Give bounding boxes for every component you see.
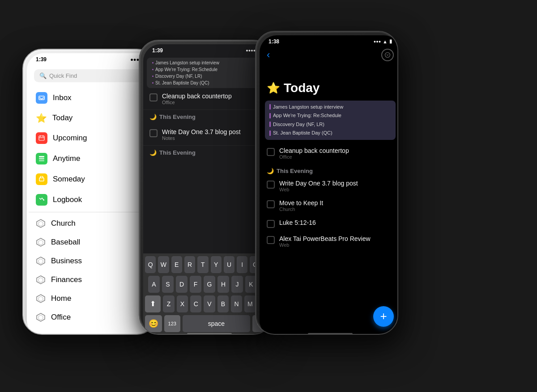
- key-row-1: Q W E R T Y U I O P: [145, 256, 273, 273]
- task-checkbox-1[interactable]: [149, 93, 158, 101]
- task-r-checkbox-3[interactable]: [267, 200, 275, 208]
- svg-marker-20: [38, 315, 43, 320]
- sidebar-item-church[interactable]: Church: [29, 212, 157, 233]
- key-shift[interactable]: ⬆: [145, 295, 161, 312]
- home-indicator-left: [71, 333, 115, 335]
- task-r-5[interactable]: Alex Tai PowerBeats Pro Review Web: [260, 232, 398, 251]
- key-D[interactable]: D: [176, 276, 188, 293]
- task-r-checkbox-1[interactable]: [267, 148, 275, 156]
- task-sub-1: Office: [162, 100, 232, 105]
- key-B[interactable]: B: [217, 295, 229, 312]
- key-123[interactable]: 123: [164, 315, 180, 332]
- search-icon: 🔍: [39, 72, 47, 79]
- finances-area-icon: [36, 275, 46, 285]
- key-emoji[interactable]: 😊: [145, 315, 162, 332]
- task-r-4[interactable]: Luke 5:12-16: [260, 215, 398, 232]
- key-E[interactable]: E: [171, 256, 182, 273]
- today-title: Today: [284, 81, 320, 95]
- section-header-evening-r: 🌙 This Evening: [260, 163, 398, 176]
- sidebar-item-baseball[interactable]: Baseball: [29, 233, 157, 252]
- task-r-group-5: Alex Tai PowerBeats Pro Review Web: [279, 235, 371, 248]
- task-r-checkbox-4[interactable]: [267, 220, 275, 228]
- svg-marker-18: [38, 296, 43, 301]
- key-J[interactable]: J: [231, 276, 243, 293]
- screen-right: 1:38 ●●● ▲ ▮ ‹ ⭐ T: [260, 35, 398, 335]
- r-cal-event-3: Discovery Day (NF, LR): [269, 121, 391, 129]
- cal-event-2: App We're Trying: Re:Schedule: [152, 66, 267, 73]
- fab-add-button[interactable]: +: [373, 306, 394, 327]
- key-X[interactable]: X: [177, 295, 188, 312]
- cal-event-1: James Langston setup interview: [152, 59, 267, 66]
- key-F[interactable]: F: [190, 276, 201, 293]
- today-icon: ⭐: [36, 113, 47, 123]
- logbook-label: Logbook: [53, 195, 82, 204]
- sidebar-item-business[interactable]: Business: [29, 252, 157, 270]
- task-item-1-middle[interactable]: Cleanup back countertop Office: [143, 88, 273, 110]
- svg-marker-14: [38, 259, 43, 264]
- time-right: 1:38: [268, 38, 279, 45]
- moon-icon-r: 🌙: [267, 168, 274, 174]
- office-area-icon: [36, 312, 46, 322]
- key-U[interactable]: U: [224, 256, 234, 273]
- time-left: 1:39: [36, 56, 47, 63]
- task-r-checkbox-5[interactable]: [267, 236, 275, 244]
- notch-right: [303, 35, 357, 45]
- sidebar-item-finances[interactable]: Finances: [29, 270, 157, 289]
- battery-icon-r: ▮: [389, 38, 392, 44]
- calendar-strip-right: James Langston setup interview App We're…: [265, 101, 396, 140]
- sidebar-item-inbox[interactable]: Inbox: [29, 88, 157, 108]
- key-Q[interactable]: Q: [145, 256, 156, 273]
- key-V[interactable]: V: [204, 295, 215, 312]
- key-row-3: ⬆ Z X C V B N M ⌫: [145, 295, 273, 312]
- key-C[interactable]: C: [190, 295, 201, 312]
- sidebar-item-today[interactable]: ⭐ Today: [29, 108, 157, 128]
- key-H[interactable]: H: [217, 276, 229, 293]
- circle-menu-button[interactable]: [381, 49, 394, 61]
- task-r-label-2: Write Day One 3.7 blog post: [279, 180, 358, 187]
- back-button[interactable]: ‹: [267, 49, 270, 61]
- task-r-3[interactable]: Move to Keep It Church: [260, 196, 398, 215]
- sidebar-item-anytime[interactable]: Anytime: [29, 148, 157, 169]
- office-label: Office: [51, 313, 71, 322]
- search-bar[interactable]: 🔍 Quick Find: [34, 69, 152, 82]
- key-T[interactable]: T: [197, 256, 208, 273]
- task-r-group-4: Luke 5:12-16: [279, 219, 316, 226]
- anytime-label: Anytime: [53, 154, 80, 163]
- task-checkbox-2[interactable]: [149, 129, 158, 137]
- task-sub-2: Notes: [162, 135, 241, 141]
- task-r-checkbox-2[interactable]: [267, 181, 275, 189]
- key-R[interactable]: R: [184, 256, 195, 273]
- sidebar-item-logbook[interactable]: Logbook: [29, 190, 157, 210]
- task-item-2-middle[interactable]: Write Day One 3.7 blog post Notes: [143, 124, 273, 146]
- key-M[interactable]: M: [244, 295, 256, 312]
- svg-rect-7: [39, 160, 44, 161]
- key-S[interactable]: S: [162, 276, 174, 293]
- task-label-2: Write Day One 3.7 blog post: [162, 128, 241, 135]
- task-label-1: Cleanup back countertop: [162, 93, 232, 100]
- key-A[interactable]: A: [148, 276, 160, 293]
- home-area-icon: [36, 294, 46, 303]
- svg-marker-16: [38, 278, 43, 282]
- key-Z[interactable]: Z: [163, 295, 174, 312]
- keyboard[interactable]: Q W E R T Y U I O P A S D F G H: [143, 253, 273, 335]
- key-row-2: A S D F G H J K L: [145, 276, 273, 293]
- key-Y[interactable]: Y: [211, 256, 222, 273]
- baseball-area-icon: [36, 237, 46, 247]
- svg-rect-8: [39, 178, 44, 181]
- home-indicator-right: [308, 333, 353, 335]
- task-r-group-3: Move to Keep It Church: [279, 199, 323, 212]
- key-G[interactable]: G: [204, 276, 215, 293]
- key-W[interactable]: W: [158, 256, 169, 273]
- key-N[interactable]: N: [231, 295, 242, 312]
- sidebar-item-office[interactable]: Office: [29, 308, 157, 327]
- someday-label: Someday: [53, 175, 85, 184]
- sidebar-item-someday[interactable]: Someday: [29, 169, 157, 190]
- sidebar-item-upcoming[interactable]: Upcoming: [29, 128, 157, 148]
- task-r-2[interactable]: Write Day One 3.7 blog post Web: [260, 176, 398, 196]
- key-I[interactable]: I: [237, 256, 247, 273]
- moon-icon-1: 🌙: [149, 114, 157, 120]
- task-r-1[interactable]: Cleanup back countertop Office: [260, 143, 398, 163]
- calendar-strip-middle: James Langston setup interview App We're…: [147, 58, 272, 88]
- sidebar-item-home[interactable]: Home: [29, 289, 157, 308]
- key-space[interactable]: space: [183, 315, 250, 332]
